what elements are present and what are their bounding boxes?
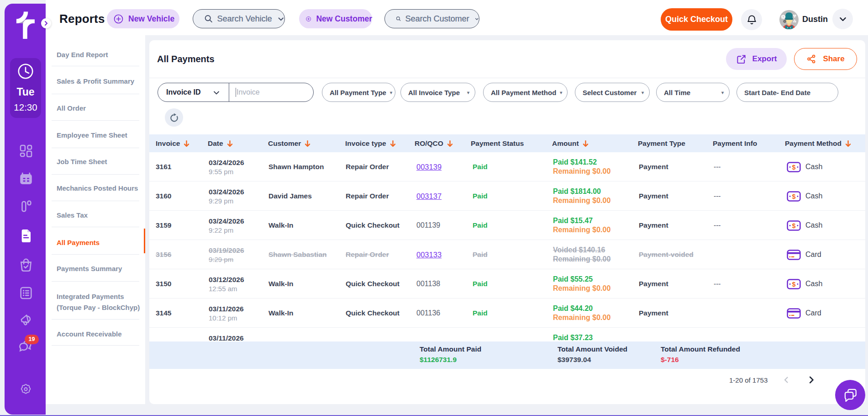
svg-text:$: $	[792, 222, 796, 229]
svg-text:$: $	[792, 280, 796, 288]
svg-text:$: $	[792, 192, 796, 200]
svg-text:$: $	[792, 163, 796, 171]
